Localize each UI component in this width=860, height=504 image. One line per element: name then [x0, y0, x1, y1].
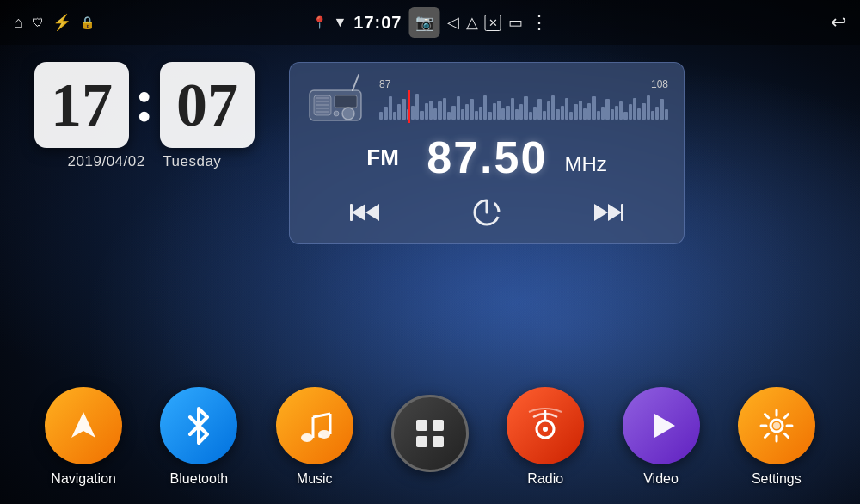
svg-marker-16 [608, 204, 622, 221]
radio-top: 87 108 [305, 73, 668, 125]
navigation-icon-circle [45, 387, 122, 464]
svg-line-9 [353, 75, 359, 90]
music-icon-circle [276, 387, 353, 464]
grid-icon-circle [391, 395, 469, 472]
video-label: Video [643, 471, 679, 487]
app-navigation[interactable]: Navigation [45, 387, 122, 487]
radio-app-icon [525, 405, 566, 446]
settings-icon-circle [738, 387, 815, 464]
lock-icon: 🔒 [80, 15, 95, 29]
status-time: 17:07 [353, 13, 402, 33]
clock-date: 2019/04/02 Tuesday [68, 153, 222, 170]
svg-rect-27 [433, 420, 444, 431]
clock-minute-block: 07 [160, 62, 255, 148]
volume-icon: ◁ [447, 13, 459, 32]
shield-icon: 🛡 [32, 15, 44, 29]
svg-rect-26 [416, 420, 427, 431]
bluetooth-label: Bluetooth [170, 471, 229, 487]
radio-unit: MHz [564, 152, 606, 176]
back-icon: ↩ [831, 11, 846, 34]
svg-marker-17 [594, 204, 608, 221]
radio-controls [305, 192, 668, 233]
radio-prev-button[interactable] [350, 200, 381, 224]
svg-point-25 [318, 434, 322, 438]
svg-marker-12 [366, 204, 379, 221]
eject-icon: △ [466, 13, 478, 32]
freq-labels: 87 108 [379, 78, 668, 90]
app-radio[interactable]: Radio [507, 387, 584, 487]
prev-icon [350, 200, 381, 224]
svg-rect-28 [416, 436, 427, 447]
radio-power-button[interactable] [471, 197, 502, 228]
status-bar: ⌂ 🛡 ⚡ 🔒 📍 ▼ 17:07 📷 ◁ △ ✕ ▭ ⋮ ↩ [0, 0, 860, 45]
power-icon [471, 197, 502, 228]
bluetooth-icon-circle [160, 387, 237, 464]
camera-button[interactable]: 📷 [409, 7, 440, 38]
play-icon [641, 405, 682, 446]
app-music[interactable]: Music [276, 387, 353, 487]
music-label: Music [297, 471, 333, 487]
clock-colon: : [134, 70, 155, 132]
widgets-row: 17 : 07 2019/04/02 Tuesday [0, 45, 860, 253]
navigation-icon [63, 405, 104, 446]
freq-max-label: 108 [651, 78, 668, 90]
svg-rect-29 [433, 436, 444, 447]
camera-icon: 📷 [415, 13, 434, 32]
svg-point-20 [301, 433, 313, 442]
radio-label: Radio [527, 471, 563, 487]
freq-scale [379, 94, 668, 120]
status-icons-right: ↩ [831, 11, 846, 34]
radio-svg-icon [305, 73, 366, 125]
radio-frequency-bar: 87 108 [379, 78, 668, 120]
clock-digits: 17 : 07 [34, 62, 255, 148]
main-content: 17 : 07 2019/04/02 Tuesday [0, 45, 860, 504]
app-grid[interactable] [391, 395, 469, 479]
gear-icon [756, 405, 797, 446]
clock-day: Tuesday [163, 153, 221, 169]
svg-marker-33 [654, 414, 675, 438]
clock-widget: 17 : 07 2019/04/02 Tuesday [34, 62, 255, 170]
svg-point-31 [543, 427, 548, 432]
svg-line-40 [784, 433, 788, 437]
svg-rect-18 [621, 204, 624, 221]
settings-label: Settings [752, 471, 802, 487]
svg-line-41 [784, 415, 788, 418]
location-icon: 📍 [312, 15, 327, 29]
bluetooth-icon [178, 405, 219, 446]
radio-widget[interactable]: 87 108 [289, 62, 685, 244]
svg-point-8 [342, 108, 354, 120]
freq-min-label: 87 [379, 78, 390, 90]
radio-next-button[interactable] [593, 200, 624, 224]
clock-date-value: 2019/04/02 [68, 153, 145, 169]
clock-hour-block: 17 [34, 62, 129, 148]
music-icon [294, 405, 335, 446]
more-icon: ⋮ [530, 11, 549, 34]
radio-frequency: 87.50 [427, 132, 547, 183]
svg-line-42 [765, 433, 768, 437]
radio-icon-circle [507, 387, 584, 464]
svg-marker-11 [352, 204, 366, 221]
svg-line-39 [765, 415, 768, 418]
app-bluetooth[interactable]: Bluetooth [160, 387, 237, 487]
radio-icon-area [305, 73, 366, 125]
home-icon: ⌂ [14, 14, 23, 32]
grid-icon [409, 413, 451, 454]
app-settings[interactable]: Settings [738, 387, 815, 487]
freq-needle [408, 90, 410, 123]
radio-main: FM 87.50 MHz [305, 132, 668, 183]
close-square-icon: ✕ [485, 15, 501, 31]
wifi-icon: ▼ [334, 15, 347, 30]
navigation-label: Navigation [51, 471, 116, 487]
window-icon: ▭ [508, 13, 523, 32]
svg-point-10 [334, 111, 339, 116]
svg-rect-13 [350, 204, 353, 221]
svg-point-43 [773, 422, 780, 429]
app-video[interactable]: Video [623, 387, 700, 487]
next-icon [593, 200, 624, 224]
clock-minute: 07 [176, 74, 238, 136]
svg-marker-19 [71, 412, 95, 438]
video-icon-circle [623, 387, 700, 464]
usb-icon: ⚡ [52, 13, 71, 32]
apps-row: Navigation Bluetooth [0, 378, 860, 504]
clock-hour: 17 [51, 74, 113, 136]
